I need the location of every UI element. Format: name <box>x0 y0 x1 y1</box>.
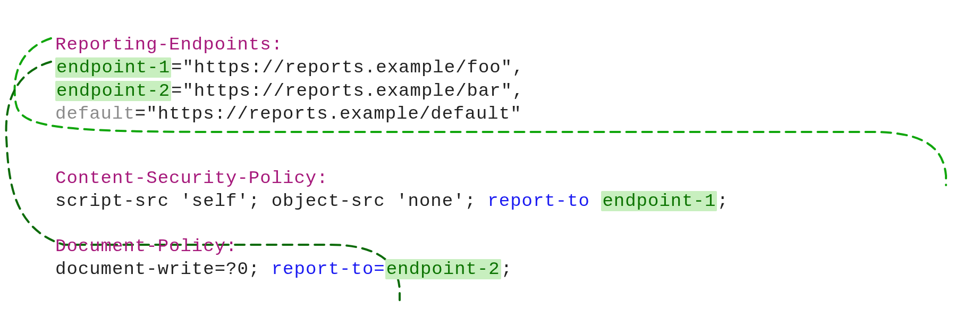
endpoint-2-key: endpoint-2 <box>55 81 171 101</box>
docpolicy-header-name: Document-Policy <box>55 236 226 256</box>
docpolicy-report-to-target: endpoint-2 <box>385 259 501 279</box>
csp-semicolon: ; <box>717 191 728 211</box>
csp-report-to-target: endpoint-1 <box>601 191 717 211</box>
endpoint-2-eq: = <box>171 81 182 101</box>
default-endpoint-eq: = <box>135 104 146 124</box>
endpoint-2-comma: , <box>512 81 523 101</box>
code-block: Reporting-Endpoints: endpoint-1="https:/… <box>0 0 980 281</box>
docpolicy-report-to-keyword: report-to= <box>272 259 385 279</box>
csp-header-name: Content-Security-Policy <box>55 168 317 188</box>
endpoint-1-comma: , <box>512 57 523 78</box>
endpoint-1-eq: = <box>171 57 182 78</box>
default-endpoint-url: "https://reports.example/default" <box>146 104 521 124</box>
reporting-header-colon: : <box>272 35 283 55</box>
endpoint-1-url: "https://reports.example/foo" <box>182 57 512 78</box>
csp-header-colon: : <box>317 168 328 188</box>
endpoint-2-url: "https://reports.example/bar" <box>182 81 512 101</box>
docpolicy-body-prefix: document-write=?0; <box>55 259 272 279</box>
docpolicy-header-colon: : <box>226 236 237 256</box>
csp-report-to-keyword: report-to <box>487 191 601 211</box>
csp-body-prefix: script-src 'self'; object-src 'none'; <box>55 191 487 211</box>
reporting-header-name: Reporting-Endpoints <box>55 35 272 55</box>
docpolicy-semicolon: ; <box>501 259 512 279</box>
endpoint-1-key: endpoint-1 <box>55 57 171 78</box>
default-endpoint-key: default <box>55 104 135 124</box>
